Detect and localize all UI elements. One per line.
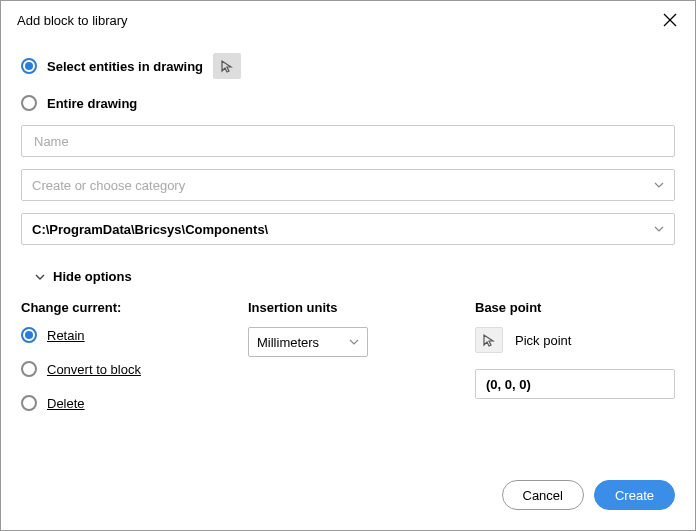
category-placeholder: Create or choose category (32, 178, 185, 193)
options-columns: Change current: Retain Convert to block … (21, 300, 675, 429)
radio-icon[interactable] (21, 395, 37, 411)
radio-icon[interactable] (21, 361, 37, 377)
col-heading: Insertion units (248, 300, 447, 315)
radio-retain[interactable]: Retain (21, 327, 220, 343)
path-select[interactable]: C:\ProgramData\Bricsys\Components\ (21, 213, 675, 245)
options-toggle[interactable]: Hide options (35, 269, 675, 284)
col-base-point: Base point Pick point (0, 0, 0) (475, 300, 675, 429)
col-change-current: Change current: Retain Convert to block … (21, 300, 220, 429)
radio-select-entities[interactable]: Select entities in drawing (21, 53, 675, 79)
radio-icon[interactable] (21, 95, 37, 111)
pick-point-icon[interactable] (475, 327, 503, 353)
base-point-input[interactable]: (0, 0, 0) (475, 369, 675, 399)
category-select[interactable]: Create or choose category (21, 169, 675, 201)
add-block-dialog: Add block to library Select entities in … (0, 0, 696, 531)
name-input[interactable] (32, 133, 664, 150)
col-heading: Base point (475, 300, 675, 315)
path-value: C:\ProgramData\Bricsys\Components\ (32, 222, 268, 237)
close-icon[interactable] (659, 11, 681, 29)
radio-icon[interactable] (21, 58, 37, 74)
titlebar: Add block to library (1, 1, 695, 37)
radio-icon[interactable] (21, 327, 37, 343)
col-insertion-units: Insertion units Millimeters (248, 300, 447, 429)
radio-label: Select entities in drawing (47, 59, 203, 74)
dialog-content: Select entities in drawing Entire drawin… (1, 37, 695, 480)
chevron-down-icon (654, 226, 664, 232)
units-value: Millimeters (257, 335, 319, 350)
radio-convert[interactable]: Convert to block (21, 361, 220, 377)
radio-label: Delete (47, 396, 85, 411)
dialog-footer: Cancel Create (1, 480, 695, 530)
options-toggle-label: Hide options (53, 269, 132, 284)
cursor-select-icon[interactable] (213, 53, 241, 79)
create-button[interactable]: Create (594, 480, 675, 510)
pick-point-label: Pick point (515, 333, 571, 348)
name-field[interactable] (21, 125, 675, 157)
cancel-button[interactable]: Cancel (502, 480, 584, 510)
radio-label: Entire drawing (47, 96, 137, 111)
radio-entire-drawing[interactable]: Entire drawing (21, 95, 675, 111)
radio-delete[interactable]: Delete (21, 395, 220, 411)
chevron-down-icon (349, 339, 359, 345)
base-point-value: (0, 0, 0) (486, 377, 531, 392)
radio-label: Convert to block (47, 362, 141, 377)
units-select[interactable]: Millimeters (248, 327, 368, 357)
chevron-down-icon (654, 182, 664, 188)
radio-label: Retain (47, 328, 85, 343)
chevron-down-icon (35, 274, 45, 280)
col-heading: Change current: (21, 300, 220, 315)
dialog-title: Add block to library (17, 13, 128, 28)
